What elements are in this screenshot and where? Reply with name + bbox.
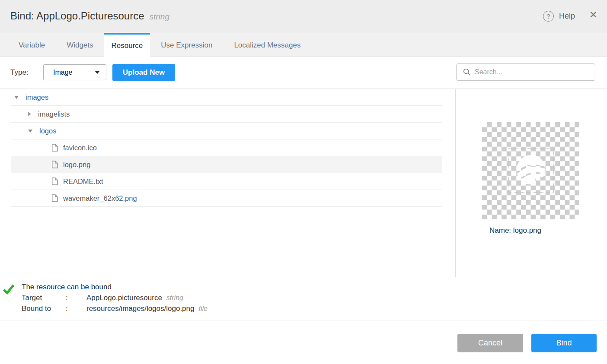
status-boundto-row: Bound to : resources/images/logos/logo.p… — [22, 304, 208, 313]
type-label: Type: — [10, 68, 29, 77]
file-icon — [51, 144, 58, 152]
tab-resource[interactable]: Resource — [104, 33, 150, 57]
search-box — [456, 63, 595, 81]
tab-use-expression[interactable]: Use Expression — [150, 33, 223, 56]
dialog-title-type-badge: string — [150, 12, 169, 21]
dialog-title: Bind: AppLogo.Picturesourcestring — [10, 10, 169, 22]
dialog-header: Bind: AppLogo.Picturesourcestring ? Help… — [0, 0, 607, 33]
tree-row-label: README.txt — [63, 177, 103, 186]
caret-down-icon[interactable] — [28, 130, 32, 133]
tree-row-label: favicon.ico — [63, 144, 97, 152]
status-boundto-label: Bound to — [22, 304, 66, 313]
preview-file-name: Name: logo.png — [489, 226, 541, 235]
tree-row-wavemaker-png[interactable]: wavemaker_62x62.png — [11, 190, 442, 207]
type-select[interactable]: Image — [43, 64, 106, 80]
status-colon: : — [66, 294, 86, 302]
status-colon: : — [66, 304, 86, 313]
tab-widgets[interactable]: Widgets — [56, 33, 104, 56]
status-target-type: string — [166, 294, 183, 302]
file-icon — [51, 194, 58, 202]
caret-right-icon[interactable] — [28, 112, 31, 116]
tree-row-label: logos — [39, 127, 56, 135]
wavemaker-logo-image — [515, 154, 547, 187]
file-icon — [51, 161, 58, 168]
status-target-value: AppLogo.picturesource — [86, 294, 162, 302]
status-boundto-value: resources/images/logos/logo.png — [86, 304, 194, 313]
tree-row-logos[interactable]: logos — [11, 123, 442, 139]
preview-panel: Name: logo.png — [456, 89, 607, 277]
tree-row-images[interactable]: images — [11, 89, 442, 106]
type-select-value: Image — [53, 69, 95, 76]
status-target-label: Target — [22, 294, 66, 302]
tree-row-imagelists[interactable]: imagelists — [11, 106, 442, 123]
toolbar: Type: Image Upload New — [0, 57, 607, 89]
main-content: images imagelists logos favicon.ico logo… — [0, 89, 607, 277]
status-message: The resource can be bound — [22, 283, 112, 291]
cancel-button[interactable]: Cancel — [457, 334, 523, 352]
search-input[interactable] — [475, 68, 591, 76]
tab-bar: Variable Widgets Resource Use Expression… — [0, 33, 607, 57]
tree-row-label: wavemaker_62x62.png — [63, 194, 137, 203]
dialog-title-text: Bind: AppLogo.Picturesource — [10, 10, 144, 22]
tree-row-readme[interactable]: README.txt — [11, 173, 442, 190]
status-target-row: Target : AppLogo.picturesource string — [22, 294, 183, 302]
upload-new-button[interactable]: Upload New — [112, 64, 175, 81]
caret-down-icon[interactable] — [14, 96, 19, 99]
resource-tree-panel: images imagelists logos favicon.ico logo… — [0, 89, 456, 277]
status-boundto-type: file — [198, 305, 207, 313]
bind-status: The resource can be bound Target : AppLo… — [0, 277, 607, 320]
tree-row-favicon[interactable]: favicon.ico — [11, 139, 442, 156]
bind-button[interactable]: Bind — [531, 334, 597, 352]
dialog-footer: Cancel Bind — [0, 320, 607, 364]
help-button[interactable]: ? Help — [543, 11, 575, 22]
resource-tree: images imagelists logos favicon.ico logo… — [11, 89, 442, 207]
image-preview — [482, 122, 579, 219]
logo-selection-box — [508, 148, 554, 193]
tree-row-logo-png[interactable]: logo.png — [11, 156, 442, 173]
success-check-icon — [2, 283, 15, 296]
file-icon — [51, 177, 58, 185]
help-icon: ? — [543, 11, 554, 22]
chevron-down-icon — [95, 71, 100, 74]
search-icon — [463, 68, 471, 76]
tab-variable[interactable]: Variable — [8, 33, 56, 56]
close-icon[interactable]: ✕ — [589, 10, 597, 20]
tab-localized-messages[interactable]: Localized Messages — [223, 33, 311, 56]
help-label: Help — [559, 12, 575, 21]
tree-row-label: imagelists — [38, 110, 70, 118]
tree-row-label: logo.png — [63, 161, 90, 169]
tree-row-label: images — [26, 93, 48, 101]
